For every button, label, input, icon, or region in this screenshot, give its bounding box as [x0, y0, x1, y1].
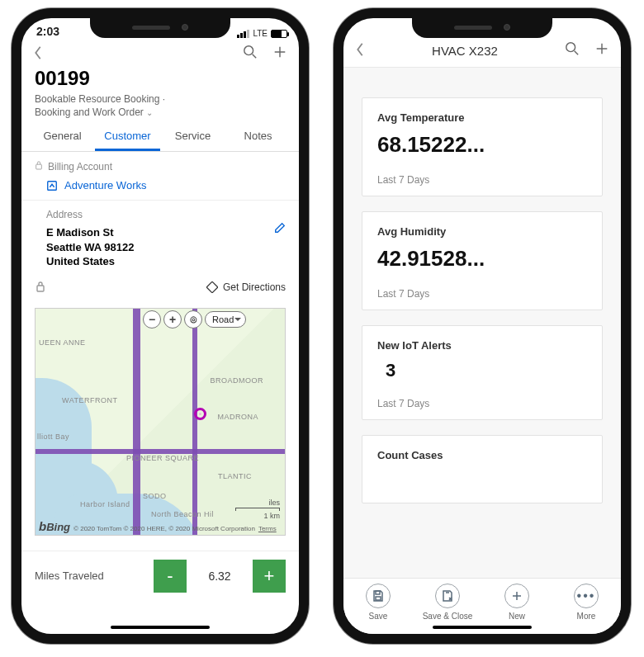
svg-line-9 [575, 51, 579, 54]
card-title: New IoT Alerts [377, 339, 587, 352]
save-button[interactable]: Save [349, 584, 407, 621]
miles-label: Miles Traveled [35, 570, 145, 582]
map[interactable]: North pa UEEN ANNE WATERFRONT lliott Bay… [35, 308, 286, 536]
tab-service[interactable]: Service [160, 123, 225, 151]
plus-icon [510, 589, 523, 603]
svg-rect-6 [37, 286, 44, 291]
map-neighborhood: lliott Bay [37, 432, 69, 441]
billing-account-link[interactable]: Adventure Works [35, 173, 286, 191]
page-header [21, 40, 299, 67]
clock: 2:03 [36, 25, 59, 38]
directions-icon [206, 281, 218, 293]
battery-icon [271, 30, 287, 38]
card-value: 3 [377, 360, 587, 381]
card-title: Avg Humidity [377, 225, 587, 238]
form-name[interactable]: Booking and Work Order [35, 106, 144, 118]
map-scale: iles 1 km [235, 499, 280, 520]
map-pin-icon[interactable] [194, 408, 206, 420]
new-button[interactable]: New [488, 584, 546, 621]
address-value[interactable]: E Madison St Seattle WA 98122 United Sta… [35, 220, 286, 269]
billing-account-label: Billing Account [48, 161, 112, 173]
address-line2: Seattle WA 98122 [46, 240, 286, 255]
card-value: 42.91528... [377, 246, 587, 272]
map-neighborhood: TLANTIC [218, 472, 252, 480]
phone-right: HVAC X232 Avg Temperature 68.15222... La… [334, 8, 631, 644]
map-locate-button[interactable]: ◎ [184, 310, 202, 328]
get-directions-button[interactable]: Get Directions [206, 281, 286, 293]
home-indicator [433, 626, 532, 629]
card-footer: Last 7 Days [377, 398, 587, 409]
svg-rect-5 [48, 181, 57, 190]
back-button[interactable] [33, 45, 43, 63]
record-id: 00199 [35, 67, 286, 90]
svg-rect-4 [36, 164, 42, 169]
search-icon[interactable] [243, 45, 258, 64]
svg-rect-12 [376, 591, 380, 594]
save-close-icon [441, 589, 454, 603]
metrics-body[interactable]: Avg Temperature 68.15222... Last 7 Days … [343, 68, 621, 578]
label: New [509, 612, 525, 621]
address-line1: E Madison St [46, 225, 286, 240]
page-header: HVAC X232 [343, 36, 621, 64]
card-title: Count Cases [377, 449, 587, 461]
add-icon[interactable] [272, 45, 287, 64]
card-value: 68.15222... [377, 132, 587, 158]
add-icon[interactable] [594, 41, 609, 60]
billing-account-value: Adventure Works [64, 179, 146, 191]
tab-general[interactable]: General [30, 123, 95, 151]
tabs: General Customer Service Notes [21, 123, 299, 152]
page-title: HVAC X232 [432, 44, 498, 58]
svg-rect-7 [206, 281, 218, 293]
carrier-label: LTE [253, 29, 268, 38]
map-neighborhood: PIONEER SQUARE [126, 454, 199, 462]
miles-increment-button[interactable]: + [253, 560, 286, 593]
card-title: Avg Temperature [377, 111, 587, 124]
map-attribution: bBing © 2020 TomTom © 2020 HERE, © 2020 … [39, 519, 277, 533]
account-icon [46, 180, 58, 191]
map-terms-link[interactable]: Terms [258, 525, 277, 532]
address-line3: United States [46, 254, 286, 269]
map-style-select[interactable]: Road [205, 311, 246, 328]
label: More [577, 612, 596, 621]
label: Save [369, 612, 388, 621]
save-icon [372, 589, 385, 603]
address-section: Address E Madison St Seattle WA 98122 Un… [21, 201, 299, 277]
miles-traveled-row: Miles Traveled - 6.32 + [21, 551, 299, 593]
home-indicator [111, 626, 210, 629]
entity-name: Bookable Resource Booking [35, 93, 159, 105]
chevron-down-icon[interactable]: ⌄ [146, 108, 153, 117]
card-avg-temperature[interactable]: Avg Temperature 68.15222... Last 7 Days [362, 97, 603, 196]
more-button[interactable]: ••• More [557, 584, 615, 621]
map-neighborhood: MADRONA [217, 413, 258, 421]
back-button[interactable] [355, 42, 365, 59]
map-neighborhood: UEEN ANNE [39, 338, 86, 347]
card-count-cases[interactable]: Count Cases [362, 435, 603, 503]
tab-customer[interactable]: Customer [95, 123, 160, 151]
directions-row: Get Directions [21, 277, 299, 303]
lock-icon [35, 160, 43, 173]
card-new-iot-alerts[interactable]: New IoT Alerts 3 Last 7 Days [362, 325, 603, 420]
svg-point-8 [566, 43, 575, 52]
edit-address-button[interactable] [274, 222, 286, 238]
miles-decrement-button[interactable]: - [154, 560, 187, 593]
svg-line-1 [253, 54, 257, 59]
directions-label: Get Directions [223, 281, 286, 293]
map-neighborhood: SODO [143, 492, 167, 500]
zoom-in-button[interactable]: + [163, 310, 182, 328]
map-controls: − + ◎ Road [143, 310, 246, 328]
lock-icon [35, 281, 46, 295]
save-close-button[interactable]: Save & Close [419, 584, 476, 621]
address-label: Address [35, 209, 286, 220]
card-avg-humidity[interactable]: Avg Humidity 42.91528... Last 7 Days [362, 211, 603, 310]
card-footer: Last 7 Days [377, 174, 587, 186]
label: Save & Close [423, 612, 473, 621]
map-neighborhood: Harbor Island [80, 500, 130, 508]
record-header: 00199 Bookable Resource Booking Booking … [21, 67, 299, 123]
tab-notes[interactable]: Notes [225, 123, 291, 151]
billing-account-section: Billing Account Adventure Works [21, 152, 299, 201]
miles-value[interactable]: 6.32 [195, 570, 244, 583]
zoom-out-button[interactable]: − [143, 310, 161, 328]
search-icon[interactable] [565, 41, 580, 60]
svg-point-0 [244, 46, 253, 55]
card-footer: Last 7 Days [377, 288, 587, 300]
